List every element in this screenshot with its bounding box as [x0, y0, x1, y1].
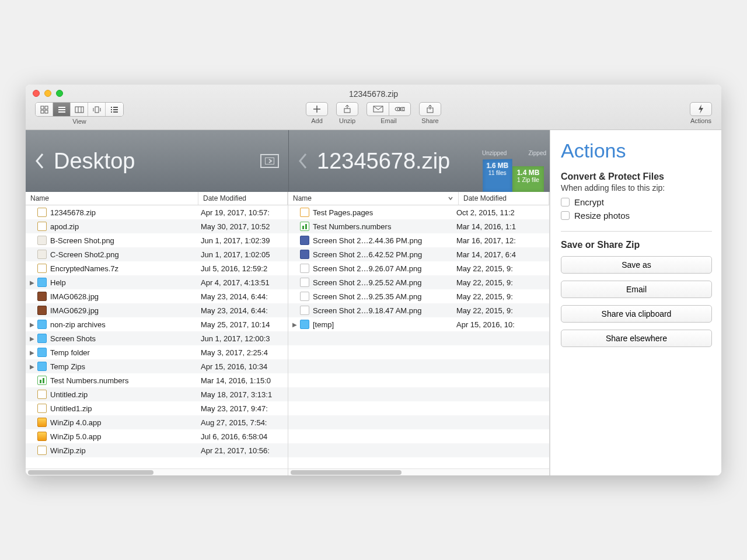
actions-toolbar-button[interactable]: [690, 102, 712, 116]
right-col-name[interactable]: Name: [288, 192, 459, 205]
view-icons-button[interactable]: [36, 103, 53, 116]
file-row[interactable]: ▶HelpApr 4, 2017, 4:13:51: [26, 275, 288, 289]
resize-photos-checkbox[interactable]: Resize photos: [561, 211, 712, 220]
file-name: B-Screen Shot.png: [50, 236, 197, 245]
file-row[interactable]: 12345678.zipApr 19, 2017, 10:57:: [26, 205, 288, 219]
file-name: Test Numbers.numbers: [313, 222, 453, 231]
file-row[interactable]: Test Pages.pagesOct 2, 2015, 11:2: [288, 205, 549, 219]
unzip-button[interactable]: [336, 102, 358, 116]
file-row[interactable]: ▶Temp ZipsApr 15, 2016, 10:34: [26, 359, 288, 373]
right-scrollbar[interactable]: [288, 468, 549, 475]
view-mode-segment: [35, 102, 124, 117]
left-back-button[interactable]: [35, 151, 47, 171]
view-coverflow-button[interactable]: [88, 103, 106, 116]
disclosure-triangle[interactable]: ▶: [29, 349, 35, 356]
file-row[interactable]: WinZip.zipApr 21, 2017, 10:56:: [26, 443, 288, 457]
divider: [561, 231, 712, 232]
fold-icon: [37, 334, 47, 343]
file-row[interactable]: Screen Shot 2…9.25.35 AM.pngMay 22, 2015…: [288, 289, 549, 303]
left-scrollbar[interactable]: [26, 468, 288, 475]
encrypt-checkbox[interactable]: Encrypt: [561, 197, 712, 207]
fold-icon: [37, 348, 47, 357]
disclosure-triangle[interactable]: ▶: [292, 321, 298, 328]
share-clipboard-button[interactable]: Share via clipboard: [561, 305, 712, 323]
app-icon: [37, 418, 47, 427]
file-row[interactable]: B-Screen Shot.pngJun 1, 2017, 1:02:39: [26, 233, 288, 247]
svg-rect-7: [75, 107, 83, 113]
file-name: Screen Shot 2…2.44.36 PM.png: [313, 236, 453, 245]
file-row[interactable]: IMAG0628.jpgMay 23, 2014, 6:44:: [26, 289, 288, 303]
save-as-button[interactable]: Save as: [561, 256, 712, 274]
fold-icon: [37, 362, 47, 371]
empty-row: [288, 429, 549, 443]
file-row[interactable]: WinZip 5.0.appJul 6, 2016, 6:58:04: [26, 429, 288, 443]
file-row[interactable]: Screen Shot 2…2.44.36 PM.pngMar 16, 2017…: [288, 233, 549, 247]
file-row[interactable]: apod.zipMay 30, 2017, 10:52: [26, 219, 288, 233]
app-icon: [37, 432, 47, 441]
view-columns-button[interactable]: [71, 103, 88, 116]
view-label: View: [35, 118, 124, 125]
file-row[interactable]: Untitled.zipMay 18, 2017, 3:13:1: [26, 387, 288, 401]
share-elsewhere-button[interactable]: Share elsewhere: [561, 330, 712, 347]
file-row[interactable]: ▶Screen ShotsJun 1, 2017, 12:00:3: [26, 331, 288, 345]
disclosure-triangle[interactable]: ▶: [29, 279, 35, 286]
file-date: May 18, 2017, 3:13:1: [197, 390, 272, 399]
window-controls: [33, 90, 63, 97]
file-date: Apr 15, 2016, 10:34: [197, 362, 267, 371]
convert-protect-title: Convert & Protect Files: [561, 172, 712, 182]
file-row[interactable]: ▶non-zip archivesMay 25, 2017, 10:14: [26, 317, 288, 331]
checkbox-icon: [561, 198, 570, 206]
file-date: Jun 1, 2017, 1:02:05: [197, 250, 270, 259]
fullscreen-window-button[interactable]: [56, 90, 63, 97]
resize-label: Resize photos: [574, 211, 630, 220]
num-icon: [300, 222, 309, 231]
file-name: Screen Shot 2…9.18.47 AM.png: [313, 306, 453, 315]
file-row[interactable]: Screen Shot 2…6.42.52 PM.pngMar 14, 2017…: [288, 247, 549, 261]
right-back-button[interactable]: [298, 151, 310, 171]
file-row[interactable]: WinZip 4.0.appAug 27, 2015, 7:54:: [26, 415, 288, 429]
file-row[interactable]: Test Numbers.numbersMar 14, 2016, 1:15:0: [26, 373, 288, 387]
zip-icon: [37, 404, 47, 413]
file-row[interactable]: ▶[temp]Apr 15, 2016, 10:: [288, 317, 549, 331]
file-row[interactable]: EncryptedNames.7zJul 5, 2016, 12:59:2: [26, 261, 288, 275]
close-window-button[interactable]: [33, 90, 40, 97]
right-file-list: Test Pages.pagesOct 2, 2015, 11:2Test Nu…: [288, 205, 549, 468]
file-name: Screen Shot 2…6.42.52 PM.png: [313, 250, 453, 259]
file-name: IMAG0628.jpg: [50, 292, 197, 301]
actions-title: Actions: [561, 139, 712, 162]
disclosure-triangle[interactable]: ▶: [29, 363, 35, 370]
file-name: Screen Shot 2…9.25.52 AM.png: [313, 278, 453, 287]
share-button[interactable]: [419, 102, 441, 116]
file-date: May 23, 2014, 6:44:: [197, 306, 268, 315]
disclosure-triangle[interactable]: ▶: [29, 335, 35, 342]
pgs-icon: [300, 208, 309, 217]
file-row[interactable]: Test Numbers.numbersMar 14, 2016, 1:1: [288, 219, 549, 233]
empty-row: [288, 359, 549, 373]
empty-row: [288, 373, 549, 387]
left-col-name[interactable]: Name: [26, 192, 198, 205]
minimize-window-button[interactable]: [44, 90, 51, 97]
file-name: Temp Zips: [50, 362, 197, 371]
left-expand-button[interactable]: [260, 154, 279, 168]
right-col-date[interactable]: Date Modified: [459, 192, 549, 205]
file-date: Oct 2, 2015, 11:2: [453, 208, 515, 217]
email-zip-button[interactable]: Email: [561, 281, 712, 298]
file-name: Screen Shot 2…9.25.35 AM.png: [313, 292, 453, 301]
file-row[interactable]: Screen Shot 2…9.26.07 AM.pngMay 22, 2015…: [288, 261, 549, 275]
file-date: Apr 15, 2016, 10:: [453, 320, 515, 329]
email-button[interactable]: [366, 102, 389, 116]
file-row[interactable]: Screen Shot 2…9.25.52 AM.pngMay 22, 2015…: [288, 275, 549, 289]
left-col-date[interactable]: Date Modified: [198, 192, 288, 205]
file-row[interactable]: Screen Shot 2…9.18.47 AM.pngMay 22, 2015…: [288, 303, 549, 317]
file-row[interactable]: IMAG0629.jpgMay 23, 2014, 6:44:: [26, 303, 288, 317]
disclosure-triangle[interactable]: ▶: [29, 321, 35, 328]
view-list-button[interactable]: [53, 103, 71, 116]
file-row[interactable]: ▶Temp folderMay 3, 2017, 2:25:4: [26, 345, 288, 359]
left-file-list: 12345678.zipApr 19, 2017, 10:57:apod.zip…: [26, 205, 288, 468]
add-button[interactable]: [306, 102, 328, 116]
columns-icon: [75, 106, 84, 113]
email-link-button[interactable]: [389, 102, 411, 116]
file-row[interactable]: Untitled1.zipMay 23, 2017, 9:47:: [26, 401, 288, 415]
file-row[interactable]: C-Screen Shot2.pngJun 1, 2017, 1:02:05: [26, 247, 288, 261]
view-detail-button[interactable]: [106, 103, 123, 116]
